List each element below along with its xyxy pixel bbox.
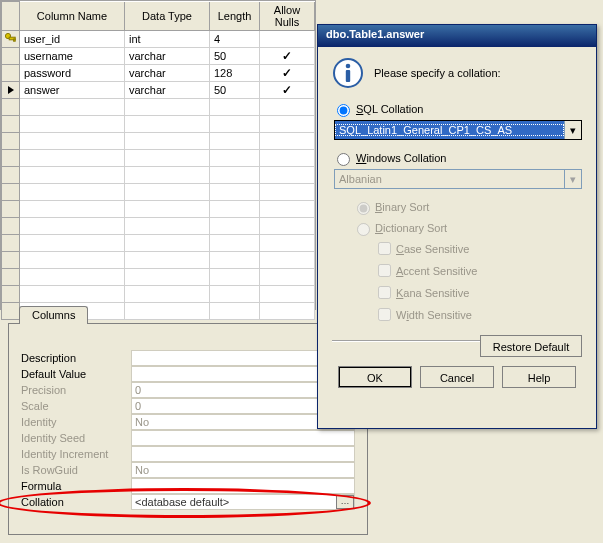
column-properties-panel: Columns DescriptionDefault ValuePrecisio…: [8, 323, 368, 535]
property-value[interactable]: No: [131, 462, 355, 478]
cell-column-name[interactable]: password: [20, 64, 125, 81]
table-row[interactable]: [2, 200, 315, 217]
cell-length[interactable]: 50: [210, 47, 260, 64]
table-row[interactable]: [2, 115, 315, 132]
check-accent-sensitive: [378, 264, 391, 277]
restore-default-button[interactable]: Restore Default: [480, 335, 582, 357]
windows-collation-combo[interactable]: Albanian ▾: [334, 169, 582, 189]
sql-collation-combo[interactable]: SQL_Latin1_General_CP1_CS_AS ▾: [334, 120, 582, 140]
chevron-down-icon[interactable]: ▾: [564, 170, 581, 188]
table-row[interactable]: [2, 251, 315, 268]
property-label: Default Value: [21, 368, 131, 380]
property-row: Default Value: [21, 366, 355, 382]
property-row: Identity Increment: [21, 446, 355, 462]
property-label: Scale: [21, 400, 131, 412]
table-row[interactable]: username varchar 50 ✓: [2, 47, 315, 64]
cell-allow-nulls[interactable]: ✓: [260, 81, 315, 98]
radio-sql-collation[interactable]: [337, 104, 350, 117]
svg-rect-6: [346, 70, 350, 82]
property-label: Collation: [21, 496, 131, 508]
help-button[interactable]: Help: [502, 366, 576, 388]
header-allow-nulls[interactable]: Allow Nulls: [260, 2, 315, 31]
dialog-prompt: Please specify a collation:: [374, 67, 501, 79]
label-dictionary-sort: Dictionary Sort: [375, 222, 447, 234]
header-data-type[interactable]: Data Type: [125, 2, 210, 31]
cell-column-name[interactable]: username: [20, 47, 125, 64]
property-label: Description: [21, 352, 131, 364]
header-length[interactable]: Length: [210, 2, 260, 31]
check-icon: ✓: [282, 66, 292, 80]
property-row: Formula: [21, 478, 355, 494]
label-sql-collation: SQL Collation: [356, 103, 423, 115]
cell-length[interactable]: 4: [210, 30, 260, 47]
table-row[interactable]: [2, 217, 315, 234]
label-binary-sort: Binary Sort: [375, 201, 429, 213]
property-value[interactable]: [131, 478, 355, 494]
cell-data-type[interactable]: int: [125, 30, 210, 47]
property-value[interactable]: <database default>…: [131, 494, 355, 510]
check-case-sensitive: [378, 242, 391, 255]
radio-binary-sort: [357, 202, 370, 215]
cell-data-type[interactable]: varchar: [125, 81, 210, 98]
property-row: IdentityNo: [21, 414, 355, 430]
cell-allow-nulls[interactable]: ✓: [260, 64, 315, 81]
grid-corner: [2, 2, 20, 31]
table-designer-grid: Column Name Data Type Length Allow Nulls…: [0, 0, 316, 310]
property-value[interactable]: [131, 430, 355, 446]
check-icon: ✓: [282, 49, 292, 63]
cell-length[interactable]: 128: [210, 64, 260, 81]
windows-collation-value: Albanian: [335, 173, 564, 185]
property-value[interactable]: [131, 446, 355, 462]
chevron-down-icon[interactable]: ▾: [564, 121, 581, 139]
current-row-icon: [6, 85, 16, 95]
svg-point-5: [346, 64, 351, 69]
tab-columns[interactable]: Columns: [19, 306, 88, 324]
row-marker: [2, 47, 20, 64]
label-width-sensitive: Width Sensitive: [396, 309, 472, 321]
cell-allow-nulls[interactable]: [260, 30, 315, 47]
cell-column-name[interactable]: answer: [20, 81, 125, 98]
table-row[interactable]: [2, 149, 315, 166]
table-row[interactable]: user_id int 4: [2, 30, 315, 47]
row-marker-key: [2, 30, 20, 47]
table-row[interactable]: [2, 285, 315, 302]
property-label: Precision: [21, 384, 131, 396]
cell-length[interactable]: 50: [210, 81, 260, 98]
radio-dictionary-sort: [357, 223, 370, 236]
dialog-title: dbo.Table1.answer: [318, 25, 596, 47]
table-row[interactable]: password varchar 128 ✓: [2, 64, 315, 81]
cancel-button[interactable]: Cancel: [420, 366, 494, 388]
cell-data-type[interactable]: varchar: [125, 47, 210, 64]
header-column-name[interactable]: Column Name: [20, 2, 125, 31]
property-row: Is RowGuidNo: [21, 462, 355, 478]
table-row[interactable]: [2, 98, 315, 115]
table-row[interactable]: [2, 166, 315, 183]
property-row: Scale0: [21, 398, 355, 414]
svg-marker-3: [8, 86, 14, 94]
cell-column-name[interactable]: user_id: [20, 30, 125, 47]
check-kana-sensitive: [378, 286, 391, 299]
sql-collation-value: SQL_Latin1_General_CP1_CS_AS: [335, 124, 564, 136]
ellipsis-button[interactable]: …: [336, 495, 354, 509]
table-row[interactable]: [2, 234, 315, 251]
property-label: Formula: [21, 480, 131, 492]
label-windows-collation: Windows Collation: [356, 152, 447, 164]
collation-dialog: dbo.Table1.answer Please specify a colla…: [317, 24, 597, 429]
cell-allow-nulls[interactable]: ✓: [260, 47, 315, 64]
property-label: Identity Seed: [21, 432, 131, 444]
row-marker: [2, 64, 20, 81]
table-row[interactable]: [2, 183, 315, 200]
property-label: Identity Increment: [21, 448, 131, 460]
cell-data-type[interactable]: varchar: [125, 64, 210, 81]
table-row[interactable]: answer varchar 50 ✓: [2, 81, 315, 98]
property-row: Description: [21, 350, 355, 366]
table-row[interactable]: [2, 132, 315, 149]
property-label: Identity: [21, 416, 131, 428]
table-row[interactable]: [2, 268, 315, 285]
primary-key-icon: [4, 32, 18, 46]
ok-button[interactable]: OK: [338, 366, 412, 388]
check-icon: ✓: [282, 83, 292, 97]
property-row: Identity Seed: [21, 430, 355, 446]
radio-windows-collation[interactable]: [337, 153, 350, 166]
property-row: Precision0: [21, 382, 355, 398]
